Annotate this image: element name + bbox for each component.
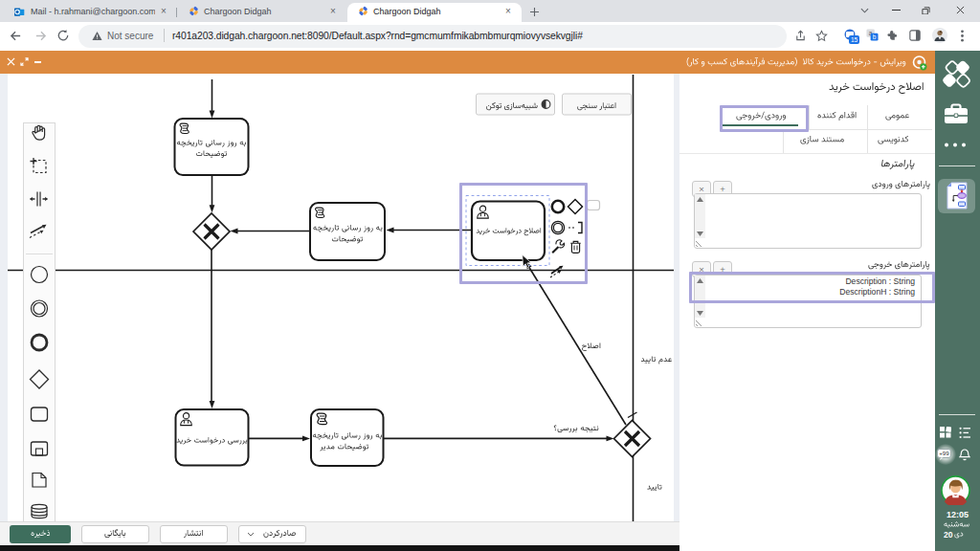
svg-text:+99: +99 [939,450,949,456]
svg-text:b: b [873,33,877,40]
